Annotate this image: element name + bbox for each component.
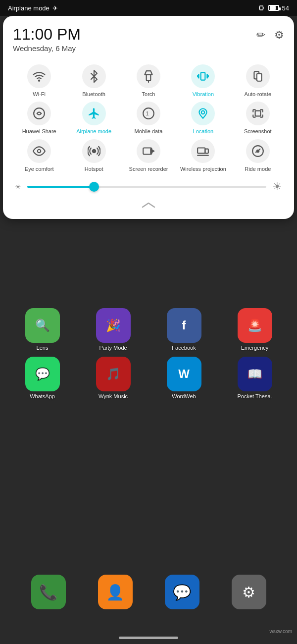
- toggle-airplane[interactable]: Airplane mode: [67, 102, 120, 135]
- toggle-wireless-projection-label: Wireless projection: [180, 166, 226, 172]
- svg-rect-12: [257, 74, 262, 81]
- app-icon[interactable]: 📖Pocket Thesa.: [222, 357, 287, 399]
- app-icon-img: 🔍: [25, 308, 60, 343]
- svg-point-13: [34, 108, 45, 119]
- toggle-ride-mode[interactable]: Ride mode: [232, 139, 284, 172]
- status-bar: Airplane mode ✈ 54: [0, 0, 297, 16]
- toggle-wifi-icon-wrap: [27, 64, 51, 88]
- svg-rect-22: [198, 148, 205, 153]
- app-icon-label: WhatsApp: [30, 393, 55, 399]
- app-icon-img: 💬: [25, 357, 60, 391]
- toggle-bluetooth[interactable]: Bluetooth: [67, 64, 120, 98]
- app-icon-label: Wynk Music: [99, 393, 128, 399]
- toggle-grid: Wi-Fi Bluetooth Torch Vibration Auto-rot…: [13, 64, 284, 172]
- toggle-wifi[interactable]: Wi-Fi: [13, 64, 65, 98]
- brightness-min-icon: ☀: [15, 183, 21, 191]
- edit-button[interactable]: ✏: [256, 29, 265, 42]
- svg-text:1: 1: [146, 111, 149, 117]
- header-icons: ✏ ⚙: [256, 29, 284, 42]
- toggle-eye-comfort-label: Eye comfort: [25, 166, 54, 172]
- app-icon-img: W: [167, 357, 201, 391]
- app-icon-label: Pocket Thesa.: [237, 393, 272, 399]
- toggle-screen-recorder[interactable]: Screen recorder: [122, 139, 175, 172]
- toggle-mobile-data-label: Mobile data: [135, 128, 163, 135]
- toggle-hotspot[interactable]: Hotspot: [67, 139, 120, 172]
- svg-point-3: [39, 80, 40, 81]
- status-bar-right: 54: [257, 4, 289, 12]
- toggle-vibration[interactable]: Vibration: [177, 64, 229, 98]
- watermark: wsxw.com: [269, 629, 292, 634]
- toggle-vibration-label: Vibration: [193, 91, 214, 98]
- toggle-eye-comfort[interactable]: Eye comfort: [13, 139, 65, 172]
- toggle-huawei-share[interactable]: Huawei Share: [13, 102, 65, 135]
- toggle-screenshot[interactable]: Screenshot: [232, 102, 284, 135]
- home-indicator[interactable]: [119, 637, 178, 639]
- toggle-wireless-projection[interactable]: Wireless projection: [177, 139, 229, 172]
- svg-marker-21: [150, 149, 154, 153]
- toggle-vibration-icon-wrap: [191, 64, 215, 88]
- vibrate-icon: [257, 4, 265, 12]
- panel-header: 11:00 PM Wednesday, 6 May ✏ ⚙: [13, 26, 284, 53]
- app-icon[interactable]: 🔍Lens: [10, 308, 75, 351]
- brightness-thumb[interactable]: [89, 182, 99, 192]
- battery-percent: 54: [282, 4, 289, 12]
- svg-rect-23: [205, 149, 209, 153]
- app-icon[interactable]: 🎵Wynk Music: [81, 357, 146, 399]
- toggle-location-label: Location: [193, 128, 214, 135]
- svg-rect-4: [147, 75, 151, 81]
- toggle-mobile-data[interactable]: 1 Mobile data: [122, 102, 175, 135]
- collapse-handle[interactable]: [13, 201, 284, 209]
- app-icon-img: f: [167, 308, 201, 343]
- app-icon-label: Party Mode: [99, 345, 127, 351]
- toggle-eye-comfort-icon-wrap: [27, 139, 51, 163]
- toggle-wifi-label: Wi-Fi: [33, 91, 46, 98]
- svg-rect-2: [263, 7, 263, 9]
- battery-icon: [268, 5, 279, 11]
- toggle-mobile-data-icon-wrap: 1: [137, 102, 160, 125]
- toggle-airplane-icon-wrap: [82, 102, 106, 125]
- toggle-auto-rotate-icon-wrap: [246, 64, 270, 88]
- time-display: 11:00 PM: [13, 26, 81, 43]
- toggle-wireless-projection-icon-wrap: [191, 139, 215, 163]
- toggle-screenshot-icon-wrap: [246, 102, 270, 125]
- brightness-max-icon: ☀: [272, 180, 282, 193]
- app-icon[interactable]: fFacebook: [151, 308, 216, 351]
- app-icon-label: Emergency: [241, 345, 269, 351]
- dock-icon[interactable]: 💬: [165, 575, 199, 609]
- airplane-mode-icon: ✈: [52, 4, 58, 12]
- app-icon-label: WordWeb: [172, 393, 196, 399]
- app-icon[interactable]: 🎉Party Mode: [81, 308, 146, 351]
- app-icon[interactable]: WWordWeb: [151, 357, 216, 399]
- app-icon-label: Lens: [37, 345, 49, 351]
- app-icon-img: 📖: [238, 357, 272, 391]
- toggle-location-icon-wrap: [191, 102, 215, 125]
- date-display: Wednesday, 6 May: [13, 44, 81, 53]
- toggle-torch[interactable]: Torch: [122, 64, 175, 98]
- svg-rect-6: [201, 73, 205, 80]
- settings-button[interactable]: ⚙: [274, 29, 284, 42]
- svg-point-16: [201, 111, 205, 114]
- app-icon-img: 🚨: [238, 308, 272, 343]
- dock-icon[interactable]: 📞: [31, 575, 66, 609]
- toggle-airplane-label: Airplane mode: [76, 128, 111, 135]
- toggle-auto-rotate[interactable]: Auto-rotate: [232, 64, 284, 98]
- app-icon-img: 🎵: [96, 357, 131, 391]
- status-bar-left: Airplane mode ✈: [8, 4, 58, 12]
- svg-point-26: [257, 150, 259, 152]
- toggle-hotspot-label: Hotspot: [85, 166, 103, 172]
- brightness-row: ☀ ☀: [13, 180, 284, 193]
- toggle-ride-mode-label: Ride mode: [245, 166, 271, 172]
- app-grid: 🔍Lens🎉Party ModefFacebook🚨Emergency💬What…: [0, 303, 297, 404]
- chevron-up-icon[interactable]: [139, 201, 158, 209]
- toggle-location[interactable]: Location: [177, 102, 229, 135]
- dock-icon[interactable]: ⚙: [232, 575, 266, 609]
- toggle-torch-icon-wrap: [137, 64, 160, 88]
- svg-rect-1: [259, 7, 259, 9]
- dock-app-img: 📞: [31, 575, 66, 609]
- app-icon[interactable]: 💬WhatsApp: [10, 357, 75, 399]
- time-block: 11:00 PM Wednesday, 6 May: [13, 26, 81, 53]
- toggle-huawei-share-label: Huawei Share: [22, 128, 56, 135]
- dock-icon[interactable]: 👤: [98, 575, 133, 609]
- brightness-track[interactable]: [27, 186, 266, 188]
- app-icon[interactable]: 🚨Emergency: [222, 308, 287, 351]
